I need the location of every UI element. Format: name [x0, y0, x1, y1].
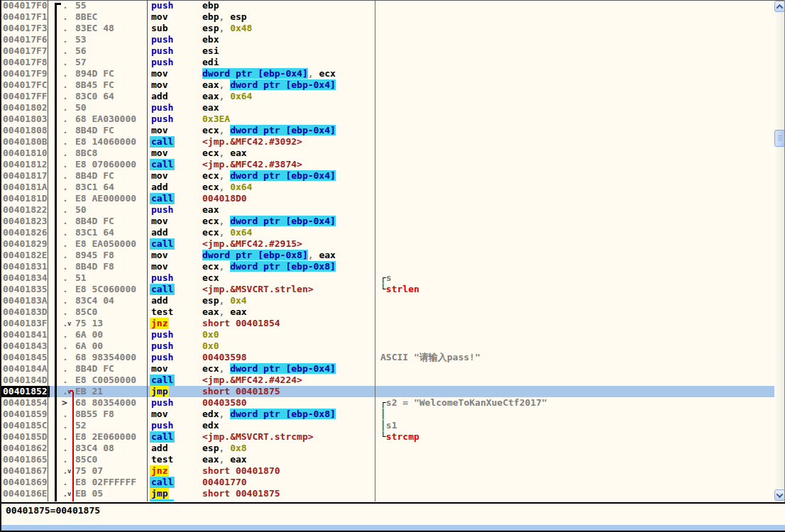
- disasm-row[interactable]: 0040180B.E8 14060000call<jmp.&MFC42.#309…: [0, 136, 774, 148]
- disasm-row[interactable]: 00401859.8B55 F8movedx, dword ptr [ebp-0…: [0, 409, 774, 420]
- flow-marker: .: [62, 329, 68, 340]
- mnemonic: add: [150, 295, 169, 306]
- disasm-row[interactable]: 00401852.vEB 21jmpshort 00401875: [0, 386, 774, 397]
- hex-bytes: 83C4 08: [75, 443, 114, 454]
- disasm-row[interactable]: 00401803.68 EA030000push0x3EA: [0, 113, 774, 125]
- disasm-row[interactable]: 0040186E.vEB 05jmpshort 00401875: [0, 488, 774, 499]
- bottom-bar: [0, 525, 785, 531]
- column-separator-address[interactable]: [48, 0, 48, 501]
- disasm-row[interactable]: 004017F7.56pushesi: [0, 45, 774, 57]
- disasm-row[interactable]: 00401835.E8 5C060000call<jmp.&MSVCRT.str…: [0, 284, 774, 295]
- hex-bytes: 8B4D F8: [75, 261, 114, 272]
- address-cell: 00401803: [3, 113, 48, 125]
- scrollbar-thumb[interactable]: [774, 130, 785, 147]
- disasm-row[interactable]: 004017F6.53pushebx: [0, 34, 774, 45]
- operands: short 00401854: [202, 318, 280, 329]
- disasm-row[interactable]: 00401867.v75 07jnzshort 00401870: [0, 465, 774, 477]
- vertical-scrollbar[interactable]: [774, 0, 785, 501]
- flow-marker: .: [62, 420, 68, 431]
- address-cell: 00401834: [3, 272, 48, 284]
- column-separator-disasm[interactable]: [375, 0, 375, 501]
- hex-bytes: 83EC 48: [75, 23, 114, 34]
- disasm-row[interactable]: 0040184A.8B4D FCmovecx, dword ptr [ebp-0…: [0, 363, 774, 375]
- scroll-up-button[interactable]: [774, 1, 785, 12]
- flow-marker: .: [62, 409, 68, 420]
- disasm-row[interactable]: 00401862.83C4 08addesp, 0x8: [0, 443, 774, 454]
- disasm-row[interactable]: 0040184D.E8 C0050000call<jmp.&MFC42.#422…: [0, 375, 774, 386]
- hex-bytes: 75 13: [75, 318, 103, 329]
- disasm-row[interactable]: 00401812.E8 07060000call<jmp.&MFC42.#387…: [0, 159, 774, 170]
- hex-bytes: 894D FC: [75, 68, 114, 79]
- disasm-row[interactable]: 00401823.8B4D FCmovecx, dword ptr [ebp-0…: [0, 216, 774, 227]
- flow-marker: .: [62, 68, 68, 79]
- disasm-row[interactable]: 0040183D.85C0testeax, eax: [0, 306, 774, 318]
- operands: <jmp.&MFC42.#3092>: [202, 136, 302, 148]
- disasm-row[interactable]: 00401831.8B4D F8movecx, dword ptr [ebp-0…: [0, 261, 774, 272]
- address-cell: 00401810: [3, 148, 48, 159]
- address-cell: 0040180B: [3, 136, 48, 148]
- disasm-row[interactable]: 0040182E.8945 F8movdword ptr [ebp-0x8], …: [0, 250, 774, 261]
- disasm-row[interactable]: 00401865.85C0testeax, eax: [0, 454, 774, 465]
- disasm-row[interactable]: 00401841.6A 00push0x0: [0, 329, 774, 340]
- disasm-row[interactable]: 00401822.50pusheax: [0, 204, 774, 216]
- disasm-row[interactable]: 0040183A.83C4 04addesp, 0x4: [0, 295, 774, 306]
- flow-marker: .: [62, 340, 68, 352]
- operands: ecx, 0x64: [202, 182, 252, 193]
- disasm-row[interactable]: 0040185D.E8 2E060000call<jmp.&MSVCRT.str…: [0, 431, 774, 443]
- hex-bytes: EB 05: [75, 488, 103, 499]
- flow-marker: .: [62, 193, 68, 204]
- flow-marker: .: [62, 431, 68, 443]
- disasm-row[interactable]: 00401843.6A 00push0x0: [0, 340, 774, 352]
- column-separator-hex[interactable]: [147, 0, 148, 501]
- operands: ecx, dword ptr [ebp-0x4]: [202, 170, 336, 182]
- operands: short 00401870: [202, 465, 280, 477]
- disasm-row[interactable]: 004017F8.57pushedi: [0, 57, 774, 68]
- function-scope-bracket-top: [55, 3, 61, 5]
- mnemonic: test: [150, 454, 175, 465]
- disasm-row[interactable]: 004017F3.83EC 48subesp, 0x48: [0, 23, 774, 34]
- disasm-row[interactable]: 004017FF.83C0 64addeax, 0x64: [0, 91, 774, 102]
- operands: ecx, dword ptr [ebp-0x4]: [202, 125, 336, 136]
- disasm-row[interactable]: 00401845.68 98354000push00403598ASCII "请…: [0, 352, 774, 363]
- disasm-row[interactable]: 0040181A.83C1 64addecx, 0x64: [0, 182, 774, 193]
- hex-bytes: E8 5C060000: [75, 284, 136, 295]
- disassembler-window: 004017F0.55pushebp004017F1.8BECmovebp, e…: [0, 0, 785, 532]
- mnemonic: mov: [150, 409, 169, 420]
- disasm-row[interactable]: 00401817.8B4D FCmovecx, dword ptr [ebp-0…: [0, 170, 774, 182]
- disasm-row[interactable]: 00401869.E8 02FFFFFFcall00401770: [0, 477, 774, 488]
- address-cell: 004017F3: [3, 23, 48, 34]
- comment: ASCII "请输入pass!": [380, 352, 481, 363]
- address-cell: 00401841: [3, 329, 48, 340]
- hex-bytes: 8B55 F8: [75, 409, 114, 420]
- disasm-row[interactable]: 004017F0.55pushebp: [0, 0, 774, 11]
- disasm-row[interactable]: 0040185C.52pushedx│s1: [0, 420, 774, 431]
- disasm-row[interactable]: 004017F9.894D FCmovdword ptr [ebp-0x4], …: [0, 68, 774, 79]
- hex-bytes: E8 2E060000: [75, 431, 136, 443]
- hex-bytes: 83C4 04: [75, 295, 114, 306]
- operands: esp, 0x8: [202, 443, 247, 454]
- disasm-row[interactable]: 00401854>68 80354000push00403580┌s2 = "W…: [0, 397, 774, 409]
- operands: ecx, 0x64: [202, 227, 252, 238]
- hex-bytes: E8 C0050000: [75, 375, 136, 386]
- disasm-row[interactable]: 00401834.51pushecx┌s: [0, 272, 774, 284]
- disasm-row[interactable]: 0040181D.E8 AE000000call004018D0: [0, 193, 774, 204]
- disasm-row[interactable]: 0040183F.v75 13jnzshort 00401854: [0, 318, 774, 329]
- flow-marker: .: [62, 45, 68, 57]
- address-cell: 00401808: [3, 125, 48, 136]
- disasm-row[interactable]: 004017F1.8BECmovebp, esp: [0, 11, 774, 23]
- flow-marker: .: [62, 284, 68, 295]
- hex-bytes: 83C1 64: [75, 182, 114, 193]
- disasm-row[interactable]: 004017FC.8B45 FCmoveax, dword ptr [ebp-0…: [0, 79, 774, 91]
- scroll-down-button[interactable]: [774, 489, 785, 501]
- disasm-row[interactable]: 00401826.83C1 64addecx, 0x64: [0, 227, 774, 238]
- jump-direction-icon: v: [67, 386, 71, 397]
- operands: <jmp.&MFC42.#2915>: [202, 238, 302, 250]
- mnemonic: mov: [150, 261, 169, 272]
- disasm-row[interactable]: 00401808.8B4D FCmovecx, dword ptr [ebp-0…: [0, 125, 774, 136]
- operands: eax, dword ptr [ebp-0x4]: [202, 79, 336, 91]
- operands: dword ptr [ebp-0x8], eax: [202, 250, 336, 261]
- flow-marker: .: [62, 375, 68, 386]
- disasm-row[interactable]: 00401829.E8 EA050000call<jmp.&MFC42.#291…: [0, 238, 774, 250]
- disasm-row[interactable]: 00401810.8BC8movecx, eax: [0, 148, 774, 159]
- disasm-row[interactable]: 00401802.50pusheax: [0, 102, 774, 113]
